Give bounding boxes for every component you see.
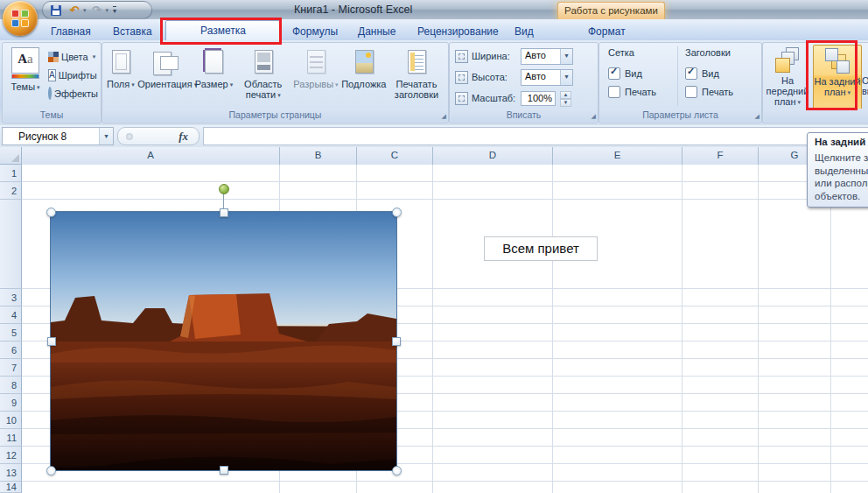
dropdown-arrow-icon: ▾ [277,92,281,98]
gridline [432,165,433,493]
margins-button[interactable]: Поля▾ [107,45,135,109]
row-header-7[interactable]: 7 [0,359,22,377]
checkbox-icon[interactable] [608,67,620,80]
column-header-C[interactable]: C [357,147,433,165]
row-header-11[interactable]: 11 [0,429,22,447]
bring-to-front-button[interactable]: На передний план▾ [764,45,811,109]
name-box[interactable]: Рисунок 8 ▼ [2,127,114,145]
height-label: Высота: [472,72,517,82]
selection-pane-button[interactable]: Область выделения [862,45,868,109]
scale-spinbox[interactable]: 100% [521,91,556,106]
themes-icon: Aa [11,47,39,74]
orientation-button[interactable]: Ориентация▾ [137,45,192,109]
row-header-1[interactable]: 1 [0,165,22,182]
resize-handle-bottom-left[interactable] [46,466,56,475]
tab-format[interactable]: Формат [578,23,636,40]
headings-view-option[interactable]: Вид [685,64,753,82]
row-header-12[interactable]: 12 [0,447,22,464]
row-header-8[interactable]: 8 [0,377,22,394]
dialog-launcher-icon[interactable]: ◢ [442,112,446,120]
background-button[interactable]: Подложка [341,45,386,109]
theme-fonts-icon: A [48,69,56,81]
tab-data[interactable]: Данные [347,23,406,40]
undo-dropdown-icon[interactable]: ▾ [83,7,87,14]
insert-function-button[interactable]: fx [117,127,200,145]
select-all-corner[interactable] [0,147,22,165]
gridlines-view-option[interactable]: Вид [608,64,676,82]
column-header-F[interactable]: F [682,147,759,165]
themes-button[interactable]: Aa Темы▾ [6,46,45,108]
group-label-page-setup: Параметры страницы [103,109,447,122]
undo-button[interactable]: ↶ [66,4,82,18]
print-titles-button[interactable]: Печатать заголовки [389,45,444,109]
tab-insert[interactable]: Вставка [102,23,163,40]
row-header-9[interactable]: 9 [0,394,22,412]
row-header-10[interactable]: 10 [0,412,22,429]
cell-text-box[interactable]: Всем привет [484,236,598,261]
size-button[interactable]: Размер▾ [195,45,233,109]
spin-up-icon[interactable]: ▲ [560,91,571,99]
inserted-picture[interactable] [51,212,396,470]
theme-fonts-button[interactable]: AШрифты▾ [48,66,99,84]
checkbox-icon[interactable] [685,67,697,80]
scale-spinner[interactable]: ▲▼ [560,91,571,106]
dialog-launcher-icon[interactable]: ◢ [592,112,596,120]
checkbox-icon[interactable] [685,86,697,98]
formula-input[interactable] [203,127,868,145]
width-combobox[interactable]: Авто▼ [521,48,573,65]
row-header-3[interactable]: 3 [0,289,22,306]
resize-handle-bottom-center[interactable] [220,466,228,475]
resize-handle-middle-right[interactable] [392,337,401,346]
group-label-themes: Темы [4,109,100,122]
resize-handle-middle-left[interactable] [47,337,56,346]
print-area-button[interactable]: Область печати▾ [236,45,290,109]
row-headers: 1234567891011121314 [0,165,22,493]
tab-view[interactable]: Вид [504,23,544,40]
contextual-tab-group-label: Работа с рисунками [557,2,665,19]
height-combobox[interactable]: Авто▼ [521,69,573,86]
column-header-E[interactable]: E [553,147,682,165]
resize-handle-top-right[interactable] [392,208,402,217]
column-header-D[interactable]: D [433,147,553,165]
row-header-14[interactable]: 14 [0,482,22,493]
row-header-4[interactable]: 4 [0,306,22,324]
group-page-setup: Поля▾ Ориентация▾ Размер▾ Область печати… [102,42,449,123]
redo-button[interactable]: ↷ [89,4,105,18]
dropdown-arrow-icon[interactable]: ▼ [560,49,572,64]
theme-colors-button[interactable]: Цвета▾ [48,47,99,66]
resize-handle-bottom-right[interactable] [392,466,402,475]
checkbox-icon[interactable] [608,86,620,98]
dropdown-arrow-icon[interactable]: ▼ [560,70,572,85]
group-label-fit: Вписать [451,109,597,122]
row-header-blank[interactable] [0,200,22,289]
row-header-5[interactable]: 5 [0,324,22,342]
gridlines-print-option[interactable]: Печать [608,82,676,101]
spin-down-icon[interactable]: ▼ [560,99,571,107]
tab-review[interactable]: Рецензирование [407,23,509,40]
breaks-button[interactable]: Разрывы▾ [293,45,338,109]
tab-formulas[interactable]: Формулы [282,23,348,40]
gridline [22,199,868,200]
height-row: Высота: Авто▼ [455,68,573,86]
tab-home[interactable]: Главная [40,23,102,40]
resize-handle-top-center[interactable] [220,208,228,217]
save-button[interactable] [48,4,64,18]
name-box-dropdown-icon[interactable]: ▼ [99,128,113,144]
redo-dropdown-icon[interactable]: ▾ [106,7,109,14]
function-dot-icon [126,133,133,140]
resize-handle-top-left[interactable] [46,208,56,217]
office-button[interactable] [3,1,38,36]
dialog-launcher-icon[interactable]: ◢ [755,112,760,120]
group-label-arrange [764,109,868,122]
column-header-A[interactable]: A [22,147,280,165]
customize-qat-button[interactable]: ▾ [113,6,116,15]
row-header-13[interactable]: 13 [0,464,22,482]
rotation-handle[interactable] [219,184,229,194]
gridlines-title: Сетка [608,47,676,58]
theme-effects-button[interactable]: Эффекты▾ [48,84,99,102]
highlight-box-send-to-back [806,40,858,110]
headings-print-option[interactable]: Печать [685,82,753,101]
row-header-6[interactable]: 6 [0,342,22,359]
column-header-B[interactable]: B [280,147,357,165]
row-header-2[interactable]: 2 [0,182,22,200]
